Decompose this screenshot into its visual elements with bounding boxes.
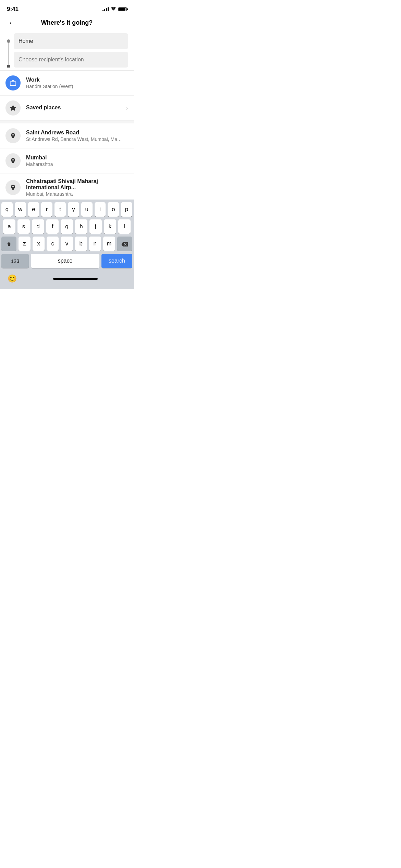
airport-item[interactable]: Chhatrapati Shivaji Maharaj Internationa… — [0, 173, 134, 202]
status-icons — [102, 7, 127, 11]
mumbai-text: Mumbai Maharashtra — [26, 155, 128, 167]
key-a[interactable]: a — [3, 219, 15, 234]
route-inputs — [14, 33, 128, 68]
key-u[interactable]: u — [81, 202, 93, 217]
star-icon — [9, 104, 17, 112]
saint-andrews-text: Saint Andrews Road St Andrews Rd, Bandra… — [26, 130, 128, 142]
work-text: Work Bandra Station (West) — [26, 77, 128, 89]
status-time: 9:41 — [7, 6, 19, 13]
location-icon-container-1 — [5, 128, 21, 143]
signal-icon — [102, 7, 109, 11]
key-g[interactable]: g — [61, 219, 73, 234]
key-c[interactable]: c — [47, 237, 59, 251]
keyboard-row-3: z x c v b n m — [1, 237, 132, 251]
keyboard-bottom-bar: 😊 — [0, 269, 134, 289]
wifi-icon — [111, 7, 116, 11]
key-m[interactable]: m — [103, 237, 115, 251]
key-p[interactable]: p — [121, 202, 132, 217]
briefcase-icon — [9, 79, 17, 87]
status-bar: 9:41 — [0, 0, 134, 16]
location-icon-container-2 — [5, 153, 21, 168]
header: ← Where's it going? — [0, 16, 134, 31]
saved-places-item[interactable]: Saved places › — [0, 96, 134, 121]
route-line — [8, 43, 9, 65]
route-container — [0, 31, 134, 70]
saint-andrews-title: Saint Andrews Road — [26, 130, 128, 136]
destination-dot — [7, 65, 10, 68]
destination-input[interactable] — [14, 52, 128, 68]
key-w[interactable]: w — [15, 202, 26, 217]
mumbai-item[interactable]: Mumbai Maharashtra — [0, 148, 134, 173]
airport-text: Chhatrapati Shivaji Maharaj Internationa… — [26, 178, 128, 197]
key-s[interactable]: s — [17, 219, 30, 234]
location-icon-container-3 — [5, 180, 21, 195]
work-item[interactable]: Work Bandra Station (West) — [0, 71, 134, 96]
origin-dot — [7, 39, 10, 43]
work-icon-container — [5, 75, 21, 91]
airport-title: Chhatrapati Shivaji Maharaj Internationa… — [26, 178, 128, 191]
route-dots — [7, 33, 10, 68]
saint-andrews-subtitle: St Andrews Rd, Bandra West, Mumbai, Maha… — [26, 136, 122, 142]
search-key[interactable]: search — [101, 254, 132, 268]
keyboard-row-1: q w e r t y u i o p — [1, 202, 132, 217]
mumbai-subtitle: Maharashtra — [26, 161, 122, 167]
mumbai-title: Mumbai — [26, 155, 128, 161]
key-k[interactable]: k — [104, 219, 116, 234]
key-j[interactable]: j — [89, 219, 102, 234]
pin-icon-3 — [10, 184, 16, 191]
saved-places-text: Saved places — [26, 105, 121, 111]
pin-icon-1 — [10, 132, 16, 139]
keyboard-rows: q w e r t y u i o p a s d f g h j k l — [0, 200, 134, 269]
page-title: Where's it going? — [41, 19, 93, 26]
airport-subtitle: Mumbai, Maharashtra — [26, 191, 122, 197]
numbers-key[interactable]: 123 — [1, 254, 29, 268]
home-indicator — [53, 275, 98, 282]
chevron-right-icon: › — [126, 105, 128, 112]
key-o[interactable]: o — [108, 202, 119, 217]
keyboard: q w e r t y u i o p a s d f g h j k l — [0, 200, 134, 289]
key-q[interactable]: q — [1, 202, 13, 217]
key-n[interactable]: n — [89, 237, 101, 251]
shift-key[interactable] — [1, 237, 16, 251]
backspace-key[interactable] — [117, 237, 132, 251]
work-title: Work — [26, 77, 128, 83]
key-t[interactable]: t — [54, 202, 66, 217]
key-l[interactable]: l — [118, 219, 131, 234]
key-v[interactable]: v — [61, 237, 73, 251]
work-subtitle: Bandra Station (West) — [26, 84, 122, 89]
separator-space — [0, 121, 134, 123]
key-f[interactable]: f — [46, 219, 59, 234]
origin-input[interactable] — [14, 33, 128, 49]
home-bar — [53, 278, 98, 280]
key-r[interactable]: r — [41, 202, 52, 217]
key-d[interactable]: d — [32, 219, 44, 234]
key-b[interactable]: b — [75, 237, 87, 251]
saved-places-icon-container — [5, 100, 21, 116]
back-button[interactable]: ← — [7, 17, 17, 29]
keyboard-row-4: 123 space search — [1, 254, 132, 268]
space-key[interactable]: space — [31, 254, 99, 268]
battery-icon — [118, 7, 127, 11]
backspace-icon — [121, 241, 128, 246]
key-y[interactable]: y — [68, 202, 79, 217]
keyboard-row-2: a s d f g h j k l — [1, 219, 132, 234]
pin-icon-2 — [10, 157, 16, 164]
saint-andrews-item[interactable]: Saint Andrews Road St Andrews Rd, Bandra… — [0, 123, 134, 148]
key-x[interactable]: x — [33, 237, 45, 251]
key-i[interactable]: i — [95, 202, 106, 217]
key-h[interactable]: h — [75, 219, 87, 234]
shift-icon — [6, 241, 12, 247]
emoji-button[interactable]: 😊 — [5, 272, 19, 285]
saved-places-title: Saved places — [26, 105, 121, 111]
key-z[interactable]: z — [19, 237, 31, 251]
key-e[interactable]: e — [28, 202, 39, 217]
